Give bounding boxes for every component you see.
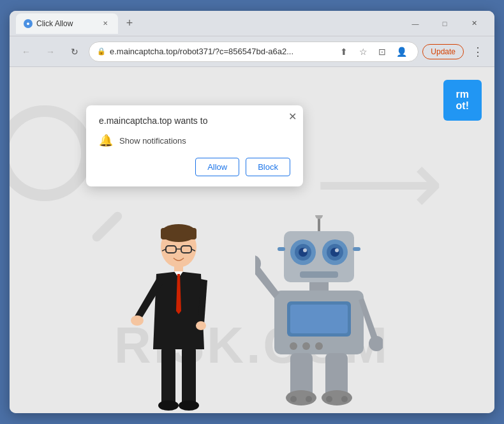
profile-button[interactable]: 👤	[392, 43, 410, 61]
svg-rect-26	[278, 247, 285, 251]
svg-rect-27	[353, 247, 360, 251]
address-bar[interactable]: 🔒 e.maincaptcha.top/robot371/?c=856547bd…	[89, 42, 419, 62]
bell-icon: 🔔	[99, 133, 113, 148]
address-actions: ⬆ ☆ ⊡ 👤	[335, 43, 410, 61]
maximize-button[interactable]: □	[431, 14, 459, 33]
new-tab-button[interactable]: +	[121, 15, 138, 33]
bookmark-button[interactable]: ☆	[354, 43, 372, 61]
active-tab[interactable]: ● Click Allow ✕	[16, 13, 118, 34]
svg-point-44	[326, 396, 332, 402]
confirm-btn-line1: rm	[456, 89, 469, 100]
tab-favicon: ●	[24, 19, 33, 28]
svg-point-34	[302, 342, 310, 350]
address-text: e.maincaptcha.top/robot371/?c=856547bd-a…	[110, 47, 331, 56]
svg-point-25	[335, 248, 339, 252]
svg-point-40	[286, 390, 316, 405]
page-content: ⟵ RISK.COM rm ot!	[10, 67, 494, 413]
toolbar: ← → ↻ 🔒 e.maincaptcha.top/robot371/?c=85…	[10, 36, 494, 67]
svg-point-16	[315, 215, 323, 219]
tab-close-btn[interactable]: ✕	[100, 19, 110, 29]
popup-close-button[interactable]: ✕	[288, 110, 297, 123]
svg-point-37	[369, 336, 383, 351]
notification-popup: ✕ e.maincaptcha.top wants to 🔔 Show noti…	[86, 105, 303, 186]
svg-point-14	[179, 400, 199, 411]
window-controls: — □ ✕	[401, 14, 488, 33]
svg-point-45	[341, 396, 348, 402]
svg-point-33	[290, 342, 297, 350]
browser-window: ● Click Allow ✕ + — □ ✕ ← → ↻ 🔒 e.mainca…	[10, 11, 494, 413]
tab-area: ● Click Allow ✕ +	[16, 13, 396, 34]
update-button[interactable]: Update	[422, 44, 464, 59]
robot-figure	[255, 215, 383, 413]
popup-notification-row: 🔔 Show notifications	[99, 133, 290, 148]
lock-icon: 🔒	[97, 47, 106, 56]
svg-rect-28	[300, 271, 338, 278]
svg-point-10	[196, 321, 206, 330]
tab-search-button[interactable]: ⊡	[373, 43, 391, 61]
block-button[interactable]: Block	[246, 158, 290, 176]
title-bar: ● Click Allow ✕ + — □ ✕	[10, 11, 494, 36]
popup-notification-text: Show notifications	[119, 136, 186, 146]
svg-point-24	[303, 248, 307, 252]
reload-button[interactable]: ↻	[64, 42, 85, 62]
person-figure	[121, 222, 236, 413]
tab-title: Click Allow	[36, 19, 96, 28]
svg-rect-11	[161, 348, 175, 405]
popup-buttons: Allow Block	[99, 158, 290, 176]
characters-area	[121, 215, 383, 413]
close-button[interactable]: ✕	[460, 14, 488, 33]
svg-rect-32	[290, 305, 348, 333]
svg-rect-12	[182, 348, 196, 405]
svg-rect-2	[161, 228, 196, 239]
popup-title: e.maincaptcha.top wants to	[99, 116, 290, 126]
minimize-button[interactable]: —	[401, 14, 429, 33]
svg-point-35	[315, 342, 323, 350]
svg-point-9	[131, 315, 144, 326]
svg-point-42	[290, 396, 297, 402]
svg-point-13	[158, 400, 179, 411]
share-button[interactable]: ⬆	[335, 43, 353, 61]
back-button[interactable]: ←	[16, 42, 36, 62]
svg-point-43	[306, 396, 312, 402]
confirm-button[interactable]: rm ot!	[443, 80, 482, 121]
confirm-btn-line2: ot!	[456, 100, 469, 112]
forward-button[interactable]: →	[40, 42, 61, 62]
svg-rect-29	[309, 282, 329, 292]
allow-button[interactable]: Allow	[195, 158, 239, 176]
svg-point-41	[322, 390, 352, 405]
menu-button[interactable]: ⋮	[468, 42, 488, 62]
